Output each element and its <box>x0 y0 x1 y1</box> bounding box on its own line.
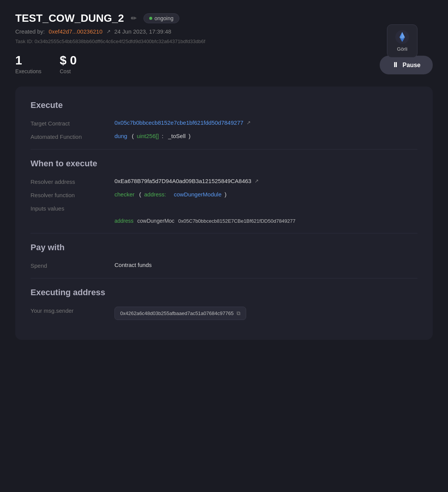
pay-section: Pay with Spend Contract funds <box>31 243 417 269</box>
automated-function-row: Automated Function dung ( uint256[] : _t… <box>31 133 417 140</box>
function-colon: : <box>162 133 165 139</box>
creation-timestamp: 24 Jun 2023, 17:39:48 <box>114 28 171 35</box>
created-by-label: Created by: <box>15 28 45 35</box>
resolver-address-text: 0xEa678B79fa5d7D94A0ad09B3a121525849CA84… <box>114 178 251 184</box>
resolver-function-value: checker ( address: cowDungerModule ) <box>114 191 227 198</box>
input-type: address <box>114 218 134 224</box>
function-param-type: uint256[] <box>137 133 159 139</box>
inputs-entry-row: address cowDungerMoc 0x05C7b0bbcecb8152E… <box>31 218 417 224</box>
msg-sender-row: Your msg.sender 0x4262a6c48d03b255afbaae… <box>31 307 417 320</box>
function-name: dung <box>114 133 127 139</box>
network-label: Görli <box>397 46 407 52</box>
target-contract-external[interactable]: ↗ <box>247 120 251 125</box>
divider-3 <box>31 278 417 278</box>
edit-button[interactable]: ✏ <box>129 13 138 23</box>
spend-label: Spend <box>31 262 114 269</box>
input-value: 0x05C7b0bbcecb8152E7CBe1Bf621fDD50d78492… <box>178 218 295 224</box>
task-id-label: Task ID: <box>15 39 33 44</box>
pause-button[interactable]: ⏸ Pause <box>380 56 433 74</box>
executing-title: Executing address <box>31 288 417 297</box>
resolver-param-space <box>169 191 171 198</box>
function-open-paren: ( <box>130 133 134 139</box>
resolver-address-external[interactable]: ↗ <box>255 178 259 184</box>
creator-address[interactable]: 0xef42d7...00236210 <box>49 28 103 35</box>
msg-sender-label: Your msg.sender <box>31 307 114 314</box>
resolver-address-value: 0xEa678B79fa5d7D94A0ad09B3a121525849CA84… <box>114 178 259 184</box>
resolver-param-value: cowDungerModule <box>174 191 221 198</box>
resolver-function-label: Resolver function <box>31 191 114 198</box>
spend-value-text: Contract funds <box>114 262 152 268</box>
inputs-values-row: Inputs values <box>31 204 417 212</box>
status-dot <box>149 17 152 20</box>
execute-title: Execute <box>31 100 417 110</box>
target-contract-label: Target Contract <box>31 119 114 127</box>
spend-row: Spend Contract funds <box>31 262 417 269</box>
cost-stat: $ 0 Cost <box>60 53 76 74</box>
msg-sender-address: 0x4262a6c48d03b255afbaaed7ac51a07684c977… <box>120 310 234 316</box>
status-badge: ongoing <box>143 13 179 23</box>
when-section: When to execute Resolver address 0xEa678… <box>31 159 417 224</box>
cost-label: Cost <box>60 68 76 74</box>
automated-function-value: dung ( uint256[] : _toSell ) <box>114 133 190 139</box>
status-label: ongoing <box>155 15 174 21</box>
stats-row: 1 Executions $ 0 Cost ⏸ Pause <box>15 53 433 74</box>
function-param-name: _toSell <box>168 133 185 139</box>
pause-icon: ⏸ <box>392 61 399 69</box>
resolver-function-row: Resolver function checker ( address: cow… <box>31 191 417 198</box>
copy-icon[interactable]: ⧉ <box>237 310 240 317</box>
function-close-paren: ) <box>189 133 190 139</box>
resolver-fn-open-paren: ( <box>138 191 141 198</box>
divider-1 <box>31 149 417 150</box>
task-id-value: 0x34b2555c54bb5838bb60dff6c4c6ce4f25dfd9… <box>35 39 205 44</box>
inputs-values-label: Inputs values <box>31 204 114 212</box>
executing-section: Executing address Your msg.sender 0x4262… <box>31 288 417 320</box>
resolver-param-type: address: <box>144 191 166 198</box>
automated-function-label: Automated Function <box>31 133 114 140</box>
edit-icon: ✏ <box>131 14 137 22</box>
execute-section: Execute Target Contract 0x05c7b0bbcecb81… <box>31 100 417 140</box>
pay-title: Pay with <box>31 243 417 252</box>
divider-2 <box>31 233 417 233</box>
spend-value: Contract funds <box>114 262 152 268</box>
resolver-address-label: Resolver address <box>31 178 114 185</box>
msg-sender-value: 0x4262a6c48d03b255afbaaed7ac51a07684c977… <box>114 307 246 320</box>
when-title: When to execute <box>31 159 417 169</box>
resolver-fn-close-paren: ) <box>225 191 227 198</box>
msg-sender-box: 0x4262a6c48d03b255afbaaed7ac51a07684c977… <box>114 307 246 320</box>
main-card: Execute Target Contract 0x05c7b0bbcecb81… <box>15 87 433 340</box>
ethereum-icon <box>395 30 409 44</box>
cost-value: $ 0 <box>60 53 76 68</box>
target-contract-row: Target Contract 0x05c7b0bbcecb8152e7cbe1… <box>31 119 417 127</box>
input-var: cowDungerMoc <box>137 218 174 224</box>
inputs-section: Inputs values address cowDungerMoc 0x05C… <box>31 204 417 224</box>
task-id-row: Task ID: 0x34b2555c54bb5838bb60dff6c4c6c… <box>15 39 433 44</box>
executions-value: 1 <box>15 53 41 68</box>
network-card: Görli <box>387 24 417 58</box>
resolver-address-row: Resolver address 0xEa678B79fa5d7D94A0ad0… <box>31 178 417 185</box>
target-contract-value: 0x05c7b0bbcecb8152e7cbe1bf621fdd50d78492… <box>114 119 251 126</box>
input-entry: address cowDungerMoc 0x05C7b0bbcecb8152E… <box>114 218 295 224</box>
executions-label: Executions <box>15 68 41 74</box>
header-top: TEST_COW_DUNG_2 ✏ ongoing <box>15 12 433 24</box>
creator-external-link[interactable]: ↗ <box>106 29 111 34</box>
pause-label: Pause <box>403 62 421 69</box>
target-contract-link[interactable]: 0x05c7b0bbcecb8152e7cbe1bf621fdd50d78492… <box>114 119 243 126</box>
page-title: TEST_COW_DUNG_2 <box>15 12 124 24</box>
resolver-fn-name: checker <box>114 191 135 198</box>
created-by-row: Created by: 0xef42d7...00236210 ↗ 24 Jun… <box>15 28 433 35</box>
executions-stat: 1 Executions <box>15 53 41 74</box>
